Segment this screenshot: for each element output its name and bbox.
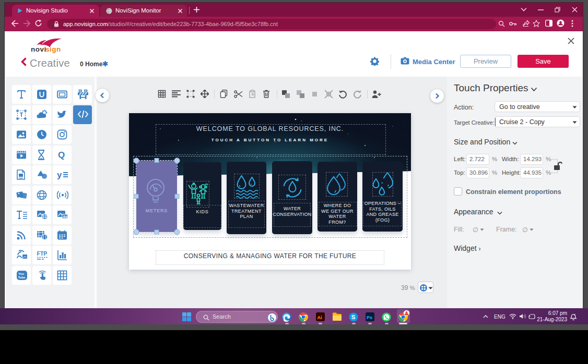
svg-text:FTP: FTP bbox=[37, 250, 48, 257]
svg-text:sign: sign bbox=[45, 45, 61, 53]
svg-text:Ps: Ps bbox=[367, 315, 372, 320]
svg-text:novi: novi bbox=[31, 45, 46, 53]
svg-text:Q: Q bbox=[58, 150, 65, 160]
svg-text:y: y bbox=[57, 170, 62, 180]
svg-text:S: S bbox=[351, 314, 356, 320]
svg-text:Tube: Tube bbox=[18, 276, 26, 279]
svg-text:Ai: Ai bbox=[317, 315, 322, 320]
svg-text:Ad: Ad bbox=[63, 215, 68, 219]
svg-text:You: You bbox=[18, 272, 24, 275]
